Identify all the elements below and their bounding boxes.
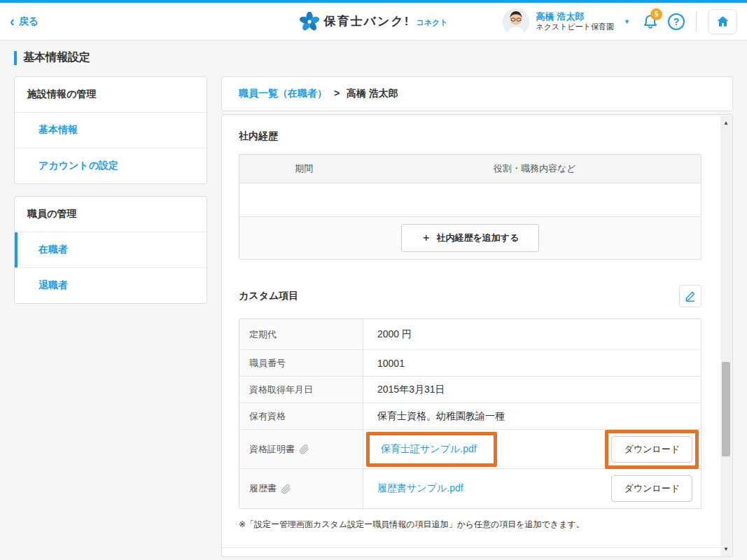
field-label-text: 履歴書: [249, 482, 277, 495]
sidebar-item-retired-staff[interactable]: 退職者: [15, 268, 207, 303]
field-label: 資格証明書: [239, 430, 363, 468]
sidebar-section-title: 施設情報の管理: [15, 77, 207, 113]
career-section-title: 社内経歴: [239, 130, 701, 143]
table-row: 履歴書 履歴書サンプル.pdf ダウンロード: [239, 469, 701, 508]
chevron-left-icon: ‹: [10, 14, 15, 28]
chevron-down-icon[interactable]: ▼: [624, 18, 630, 25]
notification-count-badge: 5: [650, 8, 662, 20]
home-icon: [716, 15, 729, 28]
custom-fields-note: ※「設定ー管理画面カスタム設定ー職員情報の項目追加」から任意の項目を追加できます…: [239, 519, 701, 531]
page-title: 基本情報設定: [14, 50, 733, 65]
field-label: 資格取得年月日: [239, 377, 363, 402]
plus-icon: ＋: [421, 232, 431, 244]
field-value: 保育士資格。幼稚園教諭一種: [363, 403, 701, 429]
sidebar-section-facility: 施設情報の管理 基本情報 アカウントの設定: [14, 76, 207, 184]
back-label: 戻る: [19, 15, 39, 28]
career-col-role: 役割・職務内容など: [369, 155, 701, 183]
annotation-box-download-button: ダウンロード: [605, 430, 699, 469]
career-empty-row: [239, 183, 701, 217]
add-career-label: 社内経歴を追加する: [437, 232, 519, 244]
table-row: 資格証明書 保育士証サンプル.pdf: [239, 430, 701, 469]
field-label: 保有資格: [239, 403, 363, 429]
download-button-resume[interactable]: ダウンロード: [611, 475, 692, 502]
field-label: 履歴書: [239, 469, 363, 508]
help-button[interactable]: ?: [668, 13, 685, 30]
staff-detail-panel: 社内経歴 期間 役割・職務内容など ＋ 社内経歴を追加する: [221, 114, 733, 557]
custom-section-title: カスタム項目: [239, 290, 298, 302]
field-value: 2015年3月31日: [363, 377, 701, 402]
back-button[interactable]: ‹ 戻る: [10, 15, 39, 29]
edit-custom-fields-button[interactable]: [679, 285, 701, 307]
notifications-button[interactable]: 5: [640, 11, 661, 32]
sidebar-section-title: 職員の管理: [15, 197, 207, 232]
sidebar-item-account-settings[interactable]: アカウントの設定: [15, 148, 207, 183]
logo-subtext: コネクト: [416, 18, 447, 28]
vertical-scrollbar[interactable]: ▲ ▼: [720, 115, 732, 556]
user-name: 高橋 浩太郎: [536, 11, 615, 22]
annotation-box-certificate-link: 保育士証サンプル.pdf: [366, 432, 497, 467]
app-logo: 保育士バンク! コネクト: [300, 12, 448, 31]
table-row: 保有資格 保育士資格。幼稚園教諭一種: [239, 403, 701, 430]
paperclip-icon: [299, 444, 309, 454]
sidebar-section-staff: 職員の管理 在職者 退職者: [14, 196, 207, 304]
field-label-text: 資格証明書: [249, 443, 295, 456]
table-row: 職員番号 10001: [239, 350, 701, 377]
field-label: 定期代: [239, 319, 363, 349]
header-divider: [696, 11, 697, 32]
scroll-up-arrow[interactable]: ▲: [720, 117, 732, 128]
question-mark-icon: ?: [673, 16, 680, 27]
download-button-certificate[interactable]: ダウンロード: [611, 436, 692, 463]
home-button[interactable]: [708, 9, 737, 34]
sidebar: 施設情報の管理 基本情報 アカウントの設定 職員の管理 在職者 退職者: [14, 76, 207, 316]
field-label: 職員番号: [239, 350, 363, 376]
sidebar-item-active-staff[interactable]: 在職者: [15, 232, 207, 268]
section-divider: [222, 547, 732, 548]
career-table: 期間 役割・職務内容など ＋ 社内経歴を追加する: [239, 154, 701, 260]
file-link-resume[interactable]: 履歴書サンプル.pdf: [377, 482, 463, 495]
career-table-footer: ＋ 社内経歴を追加する: [239, 217, 701, 259]
scrollbar-thumb[interactable]: [722, 362, 730, 456]
pencil-icon: [685, 290, 696, 302]
custom-fields-table: 定期代 2000 円 職員番号 10001 資格取得年月日 2015年3月31日…: [239, 318, 701, 509]
breadcrumb-separator: >: [334, 88, 340, 99]
page-title-text: 基本情報設定: [23, 50, 90, 65]
field-value: 2000 円: [363, 319, 701, 349]
sidebar-item-basic-info[interactable]: 基本情報: [15, 113, 207, 148]
breadcrumb-current: 高橋 浩太郎: [347, 88, 398, 99]
user-menu[interactable]: 高橋 浩太郎 ネクストビート保育園: [536, 11, 615, 32]
user-avatar[interactable]: [503, 8, 529, 35]
field-value: 10001: [363, 350, 701, 376]
title-accent-bar: [14, 51, 17, 65]
table-row: 資格取得年月日 2015年3月31日: [239, 377, 701, 403]
paperclip-icon: [281, 484, 291, 494]
logo-text: 保育士バンク!: [324, 13, 410, 29]
add-career-button[interactable]: ＋ 社内経歴を追加する: [401, 224, 540, 252]
sakura-flower-icon: [300, 12, 319, 31]
career-table-header: 期間 役割・職務内容など: [239, 155, 701, 183]
scroll-down-arrow[interactable]: ▼: [720, 543, 732, 554]
breadcrumb: 職員一覧（在職者） > 高橋 浩太郎: [221, 76, 733, 111]
career-col-period: 期間: [239, 155, 369, 183]
breadcrumb-link-staff-list[interactable]: 職員一覧（在職者）: [239, 88, 327, 99]
app-header: ‹ 戻る 保育士バンク! コネクト: [0, 3, 747, 41]
user-organization: ネクストビート保育園: [536, 22, 615, 32]
table-row: 定期代 2000 円: [239, 319, 701, 350]
file-link-certificate[interactable]: 保育士証サンプル.pdf: [381, 443, 477, 456]
